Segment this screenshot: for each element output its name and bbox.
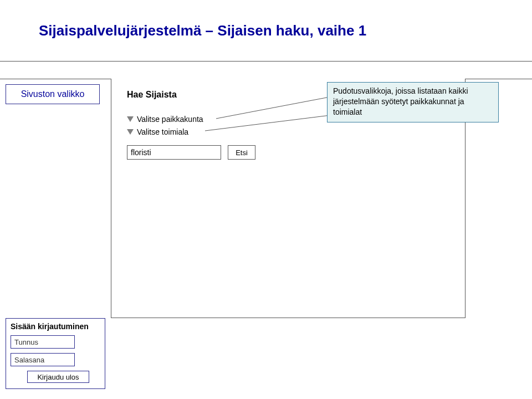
search-row: floristi Etsi xyxy=(127,145,255,160)
form-heading: Hae Sijaista xyxy=(127,90,177,100)
search-input[interactable]: floristi xyxy=(127,145,221,160)
page-title: Sijaispalvelujärjestelmä – Sijaisen haku… xyxy=(39,22,366,39)
chevron-down-icon xyxy=(127,129,134,135)
search-button[interactable]: Etsi xyxy=(228,145,255,160)
callout-text: Pudotusvalikkoja, joissa listataan kaikk… xyxy=(333,86,468,116)
logout-button[interactable]: Kirjaudu ulos xyxy=(27,371,89,383)
login-title: Sisään kirjautuminen xyxy=(11,322,100,331)
username-field[interactable]: Tunnus xyxy=(11,335,75,349)
dropdown-paikkakunta-label: Valitse paikkakunta xyxy=(137,115,203,124)
dropdown-paikkakunta[interactable]: Valitse paikkakunta xyxy=(127,115,203,124)
login-box: Sisään kirjautuminen Tunnus Salasana Kir… xyxy=(6,318,105,389)
sidebar-menu-box[interactable]: Sivuston valikko xyxy=(6,84,100,104)
dropdown-toimiala-label: Valitse toimiala xyxy=(137,127,188,136)
dropdown-toimiala[interactable]: Valitse toimiala xyxy=(127,127,188,136)
callout-box: Pudotusvalikkoja, joissa listataan kaikk… xyxy=(327,82,499,122)
chevron-down-icon xyxy=(127,116,134,122)
sidebar-menu-label: Sivuston valikko xyxy=(21,89,85,99)
password-field[interactable]: Salasana xyxy=(11,353,75,366)
rule-top xyxy=(0,61,532,62)
